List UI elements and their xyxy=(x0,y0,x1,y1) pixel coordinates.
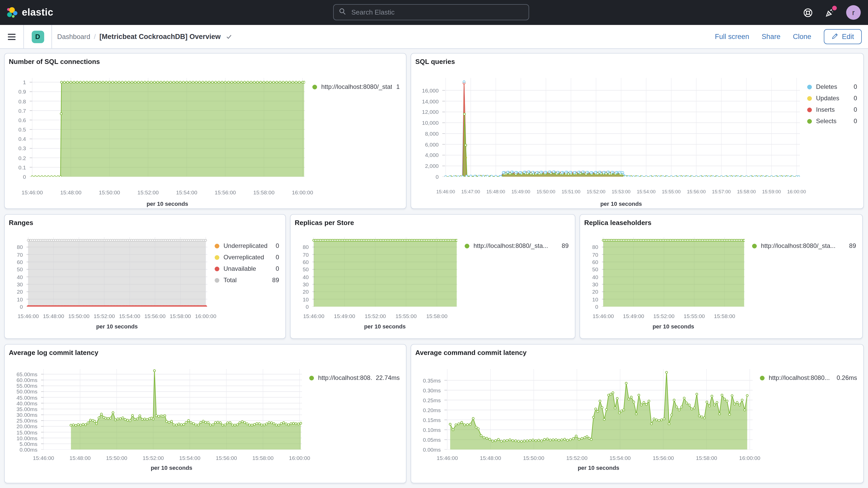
chart-canvas[interactable] xyxy=(30,78,305,177)
x-axis-label: 16:00:00 xyxy=(279,455,320,461)
chart-canvas[interactable] xyxy=(312,237,457,307)
y-axis-label: 1 xyxy=(23,79,26,85)
breadcrumb-dashboard[interactable]: Dashboard xyxy=(57,33,90,40)
y-axis-label: 8,000 xyxy=(425,130,439,137)
y-axis-label: 65.00ms xyxy=(17,371,37,377)
chart-legend: Deletes0Updates0Inserts0Selects0 xyxy=(800,78,859,129)
plot-area[interactable] xyxy=(41,369,302,450)
chart-canvas[interactable] xyxy=(602,237,745,307)
panel-replica-leaseholders: Replica leaseholders 0102030405060708015… xyxy=(580,214,863,339)
chart-canvas[interactable] xyxy=(444,369,753,450)
x-axis-label: 15:52:00 xyxy=(556,455,598,461)
y-axis-label: 40 xyxy=(303,274,309,280)
chart-replica-leaseholders[interactable]: 0102030405060708015:46:0015:49:0015:52:0… xyxy=(580,237,862,330)
share-link[interactable]: Share xyxy=(762,33,780,40)
chart-sql-queries[interactable]: 02,0004,0006,0008,00010,00012,00014,0001… xyxy=(411,78,863,207)
chart-number-of-sql-connections[interactable]: 00.10.20.30.40.50.60.70.80.9115:46:0015:… xyxy=(5,78,406,207)
y-axis-label: 14,000 xyxy=(422,98,439,104)
y-axis-label: 40.00ms xyxy=(17,400,37,406)
menu-icon[interactable] xyxy=(0,25,24,48)
search-input[interactable] xyxy=(350,8,529,17)
legend-item[interactable]: http://localhost:8080/_sta...89 xyxy=(465,242,569,249)
legend-item[interactable]: http://localhost:808...22.74ms xyxy=(309,374,400,382)
y-axis-label: 30 xyxy=(17,281,23,287)
legend-item[interactable]: Total89 xyxy=(215,276,279,284)
legend-value: 0 xyxy=(854,83,857,90)
y-axis-label: 16,000 xyxy=(422,87,439,94)
global-search[interactable] xyxy=(333,4,529,20)
y-axis-label: 70 xyxy=(303,251,309,257)
legend-item[interactable]: Selects0 xyxy=(807,118,857,125)
y-axis-label: 50 xyxy=(303,266,309,273)
y-axis-label: 0.3 xyxy=(19,145,26,152)
clone-link[interactable]: Clone xyxy=(793,33,811,40)
breadcrumb: Dashboard / [Metricbeat CockroachDB] Ove… xyxy=(57,33,232,40)
legend-item[interactable]: Deletes0 xyxy=(807,83,857,90)
chart-canvas[interactable] xyxy=(442,78,800,177)
elastic-logo[interactable]: elastic xyxy=(0,7,110,18)
legend-dot-icon xyxy=(215,278,219,282)
legend-item[interactable]: http://localhost:8080...0.26ms xyxy=(760,374,857,382)
legend-dot-icon xyxy=(807,119,812,123)
pencil-icon xyxy=(831,32,838,41)
legend-label: Underreplicated xyxy=(223,242,272,249)
help-icon[interactable] xyxy=(803,7,813,18)
y-axis-label: 25.00ms xyxy=(17,417,37,424)
legend-item[interactable]: http://localhost:8080/_stat...1 xyxy=(312,83,400,90)
y-axis-label: 0.35ms xyxy=(423,377,441,383)
dashboard-app-badge[interactable]: D xyxy=(31,30,44,43)
legend-item[interactable]: Inserts0 xyxy=(807,106,857,113)
x-axis-label: 15:54:00 xyxy=(166,189,207,195)
panel-title: SQL queries xyxy=(415,58,863,65)
legend-value: 0 xyxy=(276,242,279,249)
legend-item[interactable]: Underreplicated0 xyxy=(215,242,279,249)
plot-area[interactable] xyxy=(602,237,745,307)
chart-canvas[interactable] xyxy=(41,369,302,450)
x-axis-title: per 10 seconds xyxy=(41,465,302,471)
x-axis-label: 16:00:00 xyxy=(185,313,226,319)
y-axis-label: 55.00ms xyxy=(17,383,37,389)
saved-check-icon[interactable] xyxy=(225,33,232,40)
chart-average-command-commit-latency[interactable]: 0.00ms0.05ms0.10ms0.15ms0.20ms0.25ms0.30… xyxy=(411,369,863,471)
edit-button[interactable]: Edit xyxy=(824,29,862,44)
panel-ranges: Ranges 0102030405060708015:46:0015:48:00… xyxy=(4,214,286,339)
x-axis-label: 16:00:00 xyxy=(776,189,817,194)
legend-label: http://localhost:808... xyxy=(318,374,372,382)
panel-average-log-commit-latency: Average log commit latency 0.00ms5.00ms1… xyxy=(4,344,406,483)
chart-canvas[interactable] xyxy=(27,237,207,307)
chart-ranges[interactable]: 0102030405060708015:46:0015:48:0015:50:0… xyxy=(5,237,285,330)
y-axis: 01020304050607080 xyxy=(584,237,602,307)
y-axis-label: 0 xyxy=(306,304,309,310)
y-axis-label: 60 xyxy=(17,259,23,265)
full-screen-link[interactable]: Full screen xyxy=(715,33,749,40)
y-axis-label: 0.9 xyxy=(19,89,26,95)
elastic-logo-icon xyxy=(6,7,18,18)
panel-title: Average log commit latency xyxy=(9,349,406,357)
y-axis-label: 20 xyxy=(592,289,598,295)
legend-item[interactable]: Updates0 xyxy=(807,95,857,102)
plot-area[interactable] xyxy=(27,237,207,307)
legend-item[interactable]: Overreplicated0 xyxy=(215,254,279,261)
x-axis-label: 15:50:00 xyxy=(89,189,130,195)
plot-area[interactable] xyxy=(444,369,753,450)
chart-replicas-per-store[interactable]: 0102030405060708015:46:0015:49:0015:52:0… xyxy=(290,237,575,330)
y-axis-label: 60 xyxy=(592,259,598,265)
plot-area[interactable] xyxy=(312,237,457,307)
y-axis-label: 20 xyxy=(303,289,309,295)
legend-item[interactable]: http://localhost:8080/_sta...89 xyxy=(752,242,856,249)
x-axis-title: per 10 seconds xyxy=(444,465,753,471)
breadcrumb-current: [Metricbeat CockroachDB] Overview xyxy=(99,33,221,40)
legend-dot-icon xyxy=(760,375,765,380)
chart-average-log-commit-latency[interactable]: 0.00ms5.00ms10.00ms15.00ms20.00ms25.00ms… xyxy=(5,369,406,471)
legend-item[interactable]: Unavailable0 xyxy=(215,265,279,272)
notification-dot xyxy=(832,6,837,10)
plot-area[interactable] xyxy=(30,78,305,177)
x-axis-label: 15:58:00 xyxy=(242,455,284,461)
y-axis-label: 0.00ms xyxy=(423,447,441,453)
news-alerts-icon[interactable] xyxy=(824,7,835,18)
user-avatar[interactable]: r xyxy=(846,5,861,20)
chart-legend: http://localhost:8080/_sta...89 xyxy=(457,237,571,254)
y-axis-label: 0 xyxy=(20,304,23,310)
plot-area[interactable] xyxy=(442,78,800,177)
x-axis: 15:46:0015:48:0015:50:0015:52:0015:54:00… xyxy=(444,455,753,462)
